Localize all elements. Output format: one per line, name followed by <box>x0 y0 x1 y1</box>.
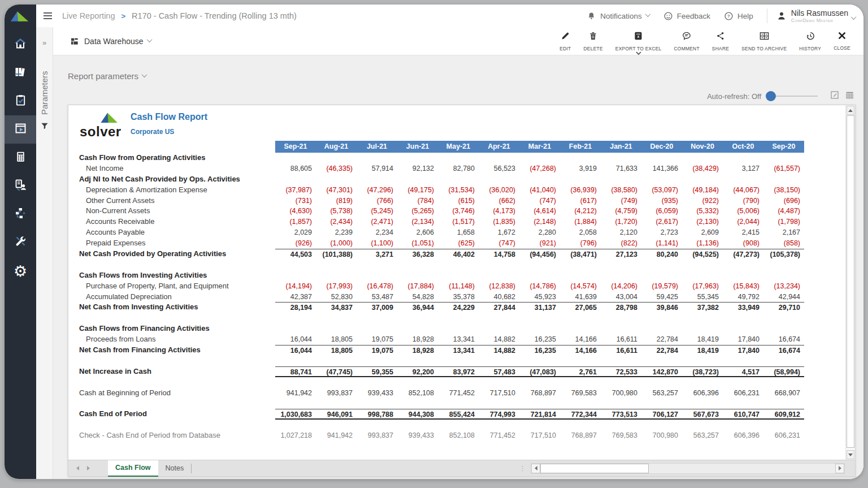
vertical-scroll-thumb[interactable] <box>847 115 854 448</box>
report-parameters-label: Report parameters <box>68 71 138 81</box>
notifications-button[interactable]: Notifications <box>587 11 650 21</box>
grid-view-icon[interactable] <box>845 90 854 102</box>
cell-value: 45,923 <box>519 292 560 303</box>
scroll-left-button[interactable] <box>531 464 540 473</box>
cell-value: 82,780 <box>438 163 479 174</box>
filter-icon[interactable] <box>40 122 49 133</box>
excel-button[interactable]: xEXPORT TO EXCEL <box>609 31 668 51</box>
sidebar-item-home[interactable] <box>5 31 36 59</box>
cell-value: (2,617) <box>641 217 682 227</box>
cell-value: (17,884) <box>397 281 438 292</box>
scroll-down-button[interactable] <box>847 450 854 459</box>
edit-button[interactable]: EDIT <box>553 31 577 51</box>
sheet-prev-icon[interactable] <box>76 466 79 470</box>
row-label: Net Increase in Cash <box>68 366 275 377</box>
cell-value: (2,434) <box>316 217 357 227</box>
parameters-panel: » Parameters <box>36 27 53 479</box>
cell-value: (625) <box>438 238 479 249</box>
cell-value: (819) <box>316 196 357 206</box>
sidebar-item-integrations[interactable] <box>5 200 36 228</box>
horizontal-scroll-thumb[interactable] <box>540 464 649 473</box>
cell-value: 18,928 <box>397 334 438 345</box>
cell-value: 852,108 <box>438 430 479 441</box>
cell-value: 52,830 <box>316 292 357 303</box>
breadcrumb-root[interactable]: Live Reporting <box>62 11 115 20</box>
menu-icon[interactable] <box>39 12 56 19</box>
sidebar-item-reports[interactable] <box>5 115 36 144</box>
cell-value: (2,134) <box>397 217 438 227</box>
cell-value: (4,614) <box>519 206 560 217</box>
cell-value: (747) <box>519 196 560 206</box>
help-button[interactable]: ? Help <box>724 11 753 21</box>
sidebar-item-library[interactable] <box>5 59 36 87</box>
row-label: Net Cash from Financing Activities <box>68 345 275 356</box>
cell-value: 2,723 <box>641 227 682 238</box>
sidebar-item-calculator[interactable] <box>5 144 36 172</box>
expand-panel-icon[interactable]: » <box>42 38 46 47</box>
column-header: Jan-21 <box>601 141 641 153</box>
history-button[interactable]: HISTORY <box>793 31 827 51</box>
tab-cash-flow[interactable]: Cash Flow <box>108 460 158 477</box>
parameters-label[interactable]: Parameters <box>40 51 49 115</box>
cell-value: 768,897 <box>519 388 560 399</box>
cell-value: (1,835) <box>479 217 519 227</box>
sidebar-item-collaboration[interactable] <box>5 172 36 200</box>
feedback-button[interactable]: Feedback <box>663 11 710 21</box>
report-parameters-toggle[interactable]: Report parameters <box>68 71 146 81</box>
app-logo[interactable] <box>5 7 36 25</box>
close-button[interactable]: CLOSE <box>827 31 857 51</box>
horizontal-scrollbar[interactable] <box>531 463 845 474</box>
table-row: Other Current Assets(731)(819)(766)(784)… <box>68 196 845 206</box>
comment-button[interactable]: COMMENT <box>668 31 706 51</box>
user-name: Nils Rasmussen <box>791 9 848 18</box>
cell-value: 92,132 <box>397 163 438 174</box>
data-source-dropdown[interactable]: Data Warehouse <box>70 37 151 46</box>
cell-value: 1,672 <box>479 227 519 238</box>
cell-value: (784) <box>397 196 438 206</box>
row-label: Other Current Assets <box>68 196 275 206</box>
smiley-icon <box>663 11 673 21</box>
cell-value: 56,523 <box>479 163 519 174</box>
cell-value: (36,020) <box>479 185 519 196</box>
cell-value: (1,141) <box>641 238 682 249</box>
sheet-next-icon[interactable] <box>87 466 90 470</box>
cell-value: (1,720) <box>601 217 641 227</box>
table-spacer-row <box>68 260 845 270</box>
action-label: SEND TO ARCHIVE <box>741 46 787 51</box>
cell-value: (47,268) <box>519 163 560 174</box>
tab-notes[interactable]: Notes <box>158 460 192 477</box>
archive-button[interactable]: SEND TO ARCHIVE <box>735 31 793 51</box>
column-header: Dec-20 <box>641 141 682 153</box>
scrollbar-grip-icon[interactable]: ⋮ <box>519 465 526 472</box>
user-menu[interactable]: Nils Rasmussen CorpDemo Master <box>776 9 861 23</box>
row-label: Depreciation & Amortization Expense <box>68 185 275 196</box>
edit-view-icon[interactable] <box>830 90 839 102</box>
auto-refresh-slider[interactable] <box>766 91 818 101</box>
cell-value: (58,994) <box>763 367 804 376</box>
cell-value: 14,758 <box>479 249 519 260</box>
sidebar-item-tools[interactable] <box>5 228 36 257</box>
column-header: Sep-20 <box>763 141 804 153</box>
share-button[interactable]: SHARE <box>706 31 735 51</box>
row-label: Accounts Receivable <box>68 217 275 227</box>
sidebar-item-settings[interactable]: ⚙ <box>5 257 36 285</box>
comment-icon <box>682 31 692 43</box>
cell-value: 27,065 <box>560 303 601 313</box>
vertical-scrollbar[interactable] <box>845 105 855 460</box>
cell-value: 706,127 <box>641 409 682 418</box>
cell-value: (4,630) <box>275 206 316 217</box>
cell-value: 16,674 <box>763 346 804 356</box>
cell-value: (5,738) <box>316 206 357 217</box>
user-icon <box>776 11 787 21</box>
delete-button[interactable]: DELETE <box>578 31 609 51</box>
cell-value: 46,402 <box>438 249 479 260</box>
scroll-up-button[interactable] <box>847 106 854 115</box>
slider-track <box>771 96 818 97</box>
cell-value: 33,949 <box>723 303 763 313</box>
table-row: Prepaid Expenses(926)(1,000)(1,100)(1,05… <box>68 238 845 249</box>
scroll-right-button[interactable] <box>835 464 844 473</box>
slider-handle[interactable] <box>766 91 776 101</box>
cell-value: (935) <box>641 196 682 206</box>
sidebar-item-tasks[interactable] <box>5 87 36 115</box>
cell-value: (2,130) <box>682 217 723 227</box>
